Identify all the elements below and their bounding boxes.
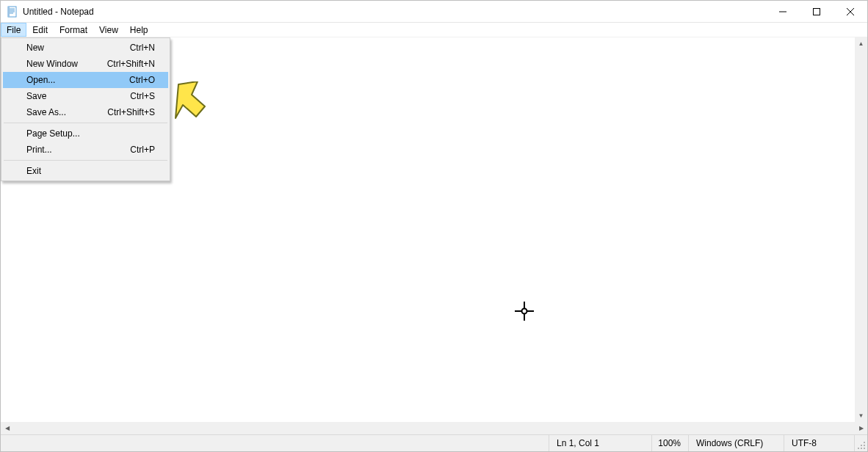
status-bar: Ln 1, Col 1 100% Windows (CRLF) UTF-8 — [1, 434, 867, 451]
resize-grip[interactable] — [854, 435, 867, 451]
menu-item-label: Open... — [26, 75, 55, 85]
svg-point-20 — [864, 448, 865, 449]
chevron-left-icon: ◀ — [5, 425, 10, 431]
chevron-up-icon: ▲ — [858, 40, 864, 47]
window-title: Untitled - Notepad — [23, 7, 94, 17]
menu-item-shortcut: Ctrl+O — [129, 75, 155, 85]
status-line-ending: Windows (CRLF) — [688, 435, 784, 451]
window-controls — [766, 1, 867, 22]
svg-point-17 — [864, 445, 865, 446]
menu-separator — [4, 123, 167, 123]
chevron-right-icon: ▶ — [859, 425, 864, 431]
menu-item-shortcut: Ctrl+N — [130, 43, 155, 53]
menu-item-label: New — [26, 43, 44, 53]
menu-item-label: Exit — [26, 166, 41, 176]
status-empty — [1, 435, 549, 451]
file-menu-open[interactable]: Open... Ctrl+O — [3, 72, 168, 88]
file-menu-exit[interactable]: Exit — [3, 163, 168, 179]
svg-point-18 — [858, 448, 859, 449]
menu-item-shortcut: Ctrl+P — [130, 145, 155, 155]
menu-format[interactable]: Format — [54, 23, 93, 37]
menu-file[interactable]: File — [1, 23, 26, 37]
annotation-arrow-icon — [171, 81, 215, 135]
status-position: Ln 1, Col 1 — [549, 435, 651, 451]
menu-separator — [4, 160, 167, 161]
file-menu-page-setup[interactable]: Page Setup... — [3, 125, 168, 142]
scroll-up-button[interactable]: ▲ — [855, 37, 867, 50]
file-menu-dropdown: New Ctrl+N New Window Ctrl+Shift+N Open.… — [1, 37, 170, 181]
svg-rect-7 — [814, 8, 820, 15]
menu-item-shortcut: Ctrl+Shift+S — [107, 107, 155, 117]
svg-point-16 — [861, 445, 862, 446]
file-menu-new-window[interactable]: New Window Ctrl+Shift+N — [3, 56, 168, 72]
notepad-icon — [7, 6, 18, 18]
svg-rect-5 — [8, 7, 10, 17]
svg-point-15 — [864, 442, 865, 443]
file-menu-save[interactable]: Save Ctrl+S — [3, 88, 168, 104]
minimize-button[interactable] — [766, 1, 800, 22]
crosshair-cursor-icon — [515, 302, 534, 323]
file-menu-print[interactable]: Print... Ctrl+P — [3, 142, 168, 158]
status-encoding: UTF-8 — [784, 435, 854, 451]
menu-item-shortcut: Ctrl+S — [130, 91, 155, 101]
svg-point-14 — [522, 309, 527, 314]
chevron-down-icon: ▼ — [858, 412, 864, 419]
scroll-down-button[interactable]: ▼ — [855, 409, 867, 422]
menu-item-label: Print... — [26, 145, 52, 155]
menu-item-label: Save — [26, 91, 46, 101]
menu-item-shortcut: Ctrl+Shift+N — [107, 59, 155, 69]
svg-point-19 — [861, 448, 862, 449]
svg-marker-21 — [176, 81, 205, 118]
scroll-right-button[interactable]: ▶ — [855, 422, 867, 434]
title-bar: Untitled - Notepad — [1, 1, 867, 23]
menu-item-label: Page Setup... — [26, 128, 80, 139]
menu-item-label: New Window — [26, 59, 78, 69]
menu-item-label: Save As... — [26, 107, 66, 117]
maximize-button[interactable] — [800, 1, 833, 22]
close-button[interactable] — [833, 1, 867, 22]
menu-edit[interactable]: Edit — [26, 23, 54, 37]
vertical-scrollbar[interactable]: ▲ ▼ — [855, 37, 867, 422]
file-menu-save-as[interactable]: Save As... Ctrl+Shift+S — [3, 104, 168, 120]
scroll-left-button[interactable]: ◀ — [1, 422, 13, 434]
menu-help[interactable]: Help — [124, 23, 154, 37]
menu-view[interactable]: View — [93, 23, 124, 37]
file-menu-new[interactable]: New Ctrl+N — [3, 40, 168, 56]
horizontal-scrollbar[interactable]: ◀ ▶ — [1, 422, 867, 434]
notepad-window: Untitled - Notepad File Edit Format View… — [0, 0, 868, 452]
status-zoom: 100% — [651, 435, 688, 451]
menu-bar: File Edit Format View Help — [1, 23, 867, 37]
